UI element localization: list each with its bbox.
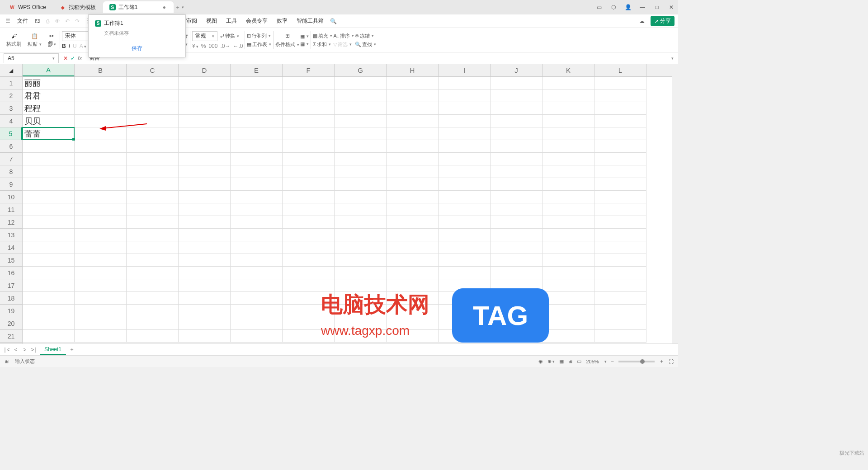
- cell[interactable]: [179, 267, 231, 279]
- eye-icon[interactable]: ◉: [538, 358, 543, 364]
- cell[interactable]: [594, 89, 646, 102]
- cell[interactable]: [179, 305, 231, 317]
- tab-workbook[interactable]: S工作簿1●: [103, 1, 174, 13]
- row-header[interactable]: 18: [0, 292, 22, 305]
- cell[interactable]: [283, 153, 335, 165]
- fullscreen-icon[interactable]: ⛶: [669, 359, 674, 364]
- cell[interactable]: [335, 216, 387, 229]
- cell[interactable]: [231, 115, 283, 127]
- cell[interactable]: [387, 229, 439, 241]
- row-header[interactable]: 1: [0, 77, 22, 89]
- cell[interactable]: [75, 267, 127, 279]
- cell[interactable]: [179, 115, 231, 127]
- cell[interactable]: [387, 178, 439, 191]
- cell[interactable]: [542, 89, 594, 102]
- cell[interactable]: [179, 229, 231, 241]
- cell[interactable]: [491, 305, 542, 317]
- cell[interactable]: [127, 292, 179, 305]
- cell[interactable]: [491, 292, 542, 305]
- cell[interactable]: [75, 305, 127, 317]
- cell[interactable]: [179, 153, 231, 165]
- cell[interactable]: [23, 279, 75, 292]
- cell[interactable]: [283, 216, 335, 229]
- cell[interactable]: [23, 229, 75, 241]
- row-header[interactable]: 11: [0, 203, 22, 216]
- new-tab-button[interactable]: ＋: [175, 4, 181, 10]
- name-box[interactable]: A5▾: [4, 53, 59, 63]
- cell[interactable]: [283, 254, 335, 267]
- row-header[interactable]: 12: [0, 216, 22, 229]
- cell[interactable]: [439, 229, 491, 241]
- cell[interactable]: [23, 191, 75, 203]
- share-button[interactable]: ↗分享: [651, 16, 675, 26]
- cell[interactable]: [23, 178, 75, 191]
- cell[interactable]: [75, 279, 127, 292]
- cell[interactable]: [387, 292, 439, 305]
- sum-button[interactable]: Σ求和▾: [313, 41, 332, 48]
- search-icon[interactable]: 🔍: [329, 17, 337, 25]
- cell[interactable]: [179, 330, 231, 343]
- comma-icon[interactable]: 000: [208, 43, 217, 49]
- col-header-A[interactable]: A: [23, 64, 75, 76]
- sheet-nav-last-icon[interactable]: >∣: [31, 347, 37, 353]
- cell[interactable]: [335, 317, 387, 330]
- cell[interactable]: [283, 165, 335, 178]
- menu-tools[interactable]: 工具: [222, 15, 241, 27]
- cell[interactable]: [231, 267, 283, 279]
- cell[interactable]: [75, 330, 127, 343]
- cell[interactable]: [594, 216, 646, 229]
- cell[interactable]: [491, 191, 542, 203]
- cell[interactable]: [542, 102, 594, 115]
- cell[interactable]: [491, 267, 542, 279]
- user-icon[interactable]: 👤: [624, 3, 632, 11]
- cell[interactable]: [335, 305, 387, 317]
- cell[interactable]: [283, 241, 335, 254]
- cell[interactable]: [387, 279, 439, 292]
- col-header-F[interactable]: F: [283, 64, 335, 76]
- underline-button[interactable]: U: [73, 43, 77, 49]
- tab-menu-icon[interactable]: ▾: [182, 5, 184, 9]
- cell[interactable]: [542, 216, 594, 229]
- cell[interactable]: [23, 140, 75, 153]
- cell[interactable]: [387, 115, 439, 127]
- zoom-slider[interactable]: [618, 361, 655, 362]
- cell[interactable]: [439, 165, 491, 178]
- cell[interactable]: [231, 216, 283, 229]
- minimize-button[interactable]: —: [638, 3, 646, 11]
- cell[interactable]: [594, 254, 646, 267]
- row-header[interactable]: 10: [0, 191, 22, 203]
- cell[interactable]: [231, 77, 283, 89]
- cell[interactable]: [542, 330, 594, 343]
- cell[interactable]: [542, 292, 594, 305]
- cell[interactable]: [542, 241, 594, 254]
- percent-icon[interactable]: %: [201, 43, 206, 49]
- row-header[interactable]: 20: [0, 317, 22, 330]
- cell[interactable]: [542, 279, 594, 292]
- cell[interactable]: [491, 153, 542, 165]
- cell[interactable]: [594, 279, 646, 292]
- cancel-edit-icon[interactable]: ✕: [63, 55, 68, 61]
- grid-toggle-icon[interactable]: ⊞: [5, 358, 9, 364]
- cell[interactable]: [283, 127, 335, 140]
- cell[interactable]: [491, 102, 542, 115]
- cell[interactable]: [127, 203, 179, 216]
- cell[interactable]: [491, 77, 542, 89]
- cell[interactable]: [179, 165, 231, 178]
- row-header[interactable]: 2: [0, 89, 22, 102]
- cell[interactable]: [439, 191, 491, 203]
- col-header-H[interactable]: H: [387, 64, 439, 76]
- cell[interactable]: [283, 77, 335, 89]
- cell[interactable]: [439, 203, 491, 216]
- cell[interactable]: [594, 292, 646, 305]
- cell[interactable]: [387, 77, 439, 89]
- paste-label[interactable]: 粘贴▾: [28, 41, 42, 47]
- cell[interactable]: [335, 203, 387, 216]
- focus-icon[interactable]: ⊕▾: [547, 358, 555, 364]
- cell[interactable]: [594, 267, 646, 279]
- cell[interactable]: [75, 191, 127, 203]
- cell[interactable]: [594, 203, 646, 216]
- cut-icon[interactable]: ✂: [48, 33, 55, 40]
- cell[interactable]: [23, 165, 75, 178]
- cell[interactable]: [283, 305, 335, 317]
- cell[interactable]: [491, 165, 542, 178]
